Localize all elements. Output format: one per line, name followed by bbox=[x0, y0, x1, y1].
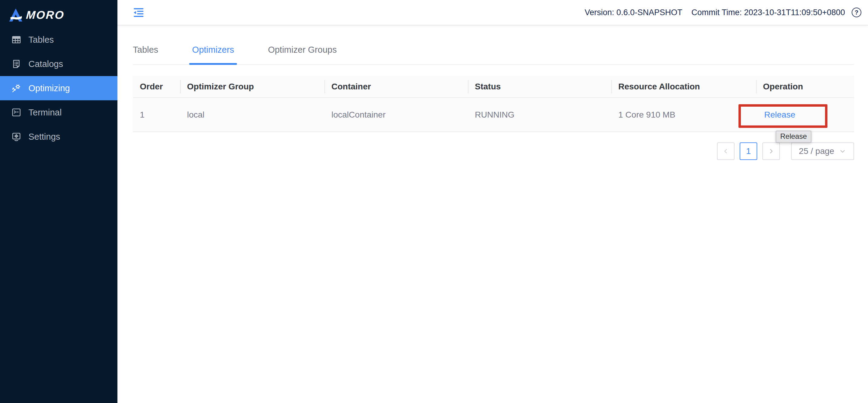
release-link[interactable]: Release bbox=[764, 110, 795, 120]
commit-time-label: Commit Time: 2023-10-31T11:09:50+0800 bbox=[691, 8, 845, 17]
column-header-container: Container bbox=[324, 76, 468, 97]
page-size-select[interactable]: 25 / page bbox=[791, 142, 854, 160]
cell-optimizer-group: local bbox=[180, 98, 324, 132]
pagination-prev-button[interactable] bbox=[717, 142, 735, 160]
question-circle-icon[interactable]: ? bbox=[851, 7, 861, 17]
sidebar-item-label: Catalogs bbox=[28, 59, 63, 69]
sidebar-item-settings[interactable]: Settings bbox=[0, 124, 117, 149]
main-content: Tables Optimizers Optimizer Groups Order… bbox=[117, 25, 868, 160]
column-header-order: Order bbox=[133, 76, 180, 97]
cell-container: localContainer bbox=[324, 98, 468, 132]
app-logo[interactable]: MORO bbox=[0, 0, 117, 25]
sidebar: MORO Tables bbox=[0, 0, 117, 403]
table-header-row: Order Optimizer Group Container Status R… bbox=[133, 76, 854, 98]
chevron-down-icon bbox=[839, 148, 846, 155]
sidebar-item-terminal[interactable]: Terminal bbox=[0, 100, 117, 124]
tab-tables[interactable]: Tables bbox=[133, 44, 158, 64]
column-header-optimizer-group: Optimizer Group bbox=[180, 76, 324, 97]
sidebar-item-label: Optimizing bbox=[28, 83, 70, 93]
column-header-resource-allocation: Resource Allocation bbox=[611, 76, 756, 97]
table-row: 1 local localContainer RUNNING 1 Core 91… bbox=[133, 98, 854, 132]
optimizing-icon bbox=[11, 83, 22, 93]
sidebar-item-optimizing[interactable]: Optimizing bbox=[0, 76, 117, 100]
version-label: Version: 0.6.0-SNAPSHOT bbox=[585, 8, 682, 17]
sidebar-item-catalogs[interactable]: Catalogs bbox=[0, 52, 117, 76]
pagination-page-1-button[interactable]: 1 bbox=[740, 142, 757, 160]
amoro-a-logo-icon bbox=[8, 8, 23, 22]
cell-status: RUNNING bbox=[468, 98, 611, 132]
tab-optimizers[interactable]: Optimizers bbox=[192, 44, 234, 64]
chevron-left-icon bbox=[722, 148, 730, 155]
pagination: 1 25 / page bbox=[133, 142, 854, 160]
brand-name: MORO bbox=[26, 9, 65, 22]
cell-resource-allocation: 1 Core 910 MB bbox=[611, 98, 756, 132]
catalogs-icon bbox=[11, 59, 22, 69]
version-info: Version: 0.6.0-SNAPSHOT Commit Time: 202… bbox=[585, 8, 845, 17]
sidebar-item-label: Terminal bbox=[28, 108, 62, 118]
column-header-status: Status bbox=[468, 76, 611, 97]
sidebar-item-tables[interactable]: Tables bbox=[0, 28, 117, 52]
tables-icon bbox=[11, 34, 22, 45]
terminal-icon bbox=[11, 107, 22, 118]
tab-optimizer-groups[interactable]: Optimizer Groups bbox=[268, 44, 337, 64]
pagination-next-button[interactable] bbox=[763, 142, 780, 160]
page-size-value: 25 / page bbox=[799, 146, 834, 156]
menu-fold-icon[interactable] bbox=[132, 6, 145, 19]
sidebar-item-label: Tables bbox=[28, 35, 54, 45]
cell-order: 1 bbox=[133, 98, 180, 132]
tab-bar: Tables Optimizers Optimizer Groups bbox=[133, 25, 854, 65]
topbar: Version: 0.6.0-SNAPSHOT Commit Time: 202… bbox=[117, 0, 868, 25]
optimizers-table: Order Optimizer Group Container Status R… bbox=[133, 76, 854, 132]
settings-icon bbox=[11, 132, 22, 142]
chevron-right-icon bbox=[768, 148, 775, 155]
sidebar-item-label: Settings bbox=[28, 132, 60, 142]
sidebar-menu: Tables Catalogs bbox=[0, 28, 117, 149]
cell-operation: Release bbox=[756, 98, 854, 132]
column-header-operation: Operation bbox=[756, 76, 854, 97]
release-tooltip: Release bbox=[776, 131, 811, 143]
